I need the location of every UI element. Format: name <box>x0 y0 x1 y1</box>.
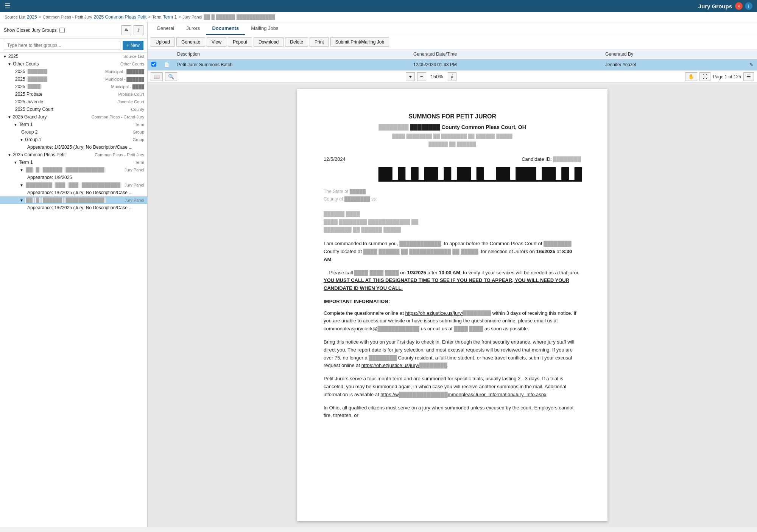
pdf-viewer: 📖 🔍 + − 150% ⨎ ✋ ⛶ Page 1 of 125 ☰ SUMMO… <box>148 71 757 527</box>
tree-item[interactable]: ▼██ █ ██████ ████████████Jury Panel <box>0 196 147 204</box>
tree-item-type: Jury Panel <box>125 198 144 202</box>
tree-item-type: Municipal - ████ <box>111 84 144 89</box>
pdf-candidate-id-value: ████████ <box>553 156 581 162</box>
tree-item-label: 2025 ██████ <box>15 69 102 74</box>
top-bar: ☰ Jury Groups × i <box>0 0 757 12</box>
show-closed-checkbox[interactable] <box>59 28 65 33</box>
tree-item-label: 2025 <box>8 54 120 59</box>
chevron-icon: ▼ <box>8 62 11 66</box>
pdf-date: 12/5/2024 <box>324 156 346 184</box>
tree-item[interactable]: ▼Other CourtsOther Courts <box>0 60 147 68</box>
tree-item[interactable]: 2025 ████Municipal - ████ <box>0 83 147 90</box>
tree-item[interactable]: ▼2025 Common Pleas PetitCommon Pleas - P… <box>0 151 147 159</box>
tree-item-type: Probate Court <box>118 92 144 96</box>
action-popout-button[interactable]: Popout <box>228 37 252 47</box>
tree-item[interactable]: Appearance: 1/6/2025 (Jury: No Descripti… <box>0 204 147 212</box>
tree-item[interactable]: 2025 JuvenileJuvenile Court <box>0 98 147 106</box>
close-icon[interactable]: × <box>735 2 743 10</box>
chevron-icon: ▼ <box>14 160 17 165</box>
tree-item[interactable]: ▼Group 1Group <box>0 136 147 143</box>
hamburger-icon[interactable]: ☰ <box>5 2 11 10</box>
tabs-row: GeneralJurorsDocumentsMailing Jobs <box>148 22 757 35</box>
document-table: Description Generated Date/Time Generate… <box>148 49 757 70</box>
pdf-search-icon[interactable]: 🔍 <box>165 72 177 81</box>
row-checkbox[interactable] <box>148 59 160 70</box>
tree-item[interactable]: Appearance: 1/9/2025 <box>0 174 147 181</box>
tree-item-label: Group 2 <box>21 129 129 135</box>
tree-item[interactable]: ▼2025 Grand JuryCommon Pleas - Grand Jur… <box>0 113 147 121</box>
filter-input[interactable] <box>4 41 120 50</box>
new-button[interactable]: + New <box>123 41 143 50</box>
tree-item[interactable]: 2025 ██████Municipal - ██████ <box>0 68 147 75</box>
term-value[interactable]: Term 1 <box>163 14 177 20</box>
action-print-button[interactable]: Print <box>310 37 329 47</box>
tree-item-label: Appearance: 1/9/2025 <box>27 175 141 180</box>
tab-general[interactable]: General <box>151 22 180 35</box>
pdf-recipient-addr2: ████████ ██ ██████ █████ <box>324 226 581 234</box>
tree-item-label: 2025 Grand Jury <box>13 114 89 120</box>
row-generated-date: 12/05/2024 01:43 PM <box>410 59 601 70</box>
tree-item-type: Jury Panel <box>125 183 144 187</box>
pdf-title: SUMMONS FOR PETIT JUROR <box>324 112 581 121</box>
action-download-button[interactable]: Download <box>254 37 283 47</box>
action-generate-button[interactable]: Generate <box>176 37 205 47</box>
chevron-icon: ▼ <box>8 153 11 157</box>
pdf-hand-tool[interactable]: ✋ <box>685 72 697 81</box>
tree-item[interactable]: 2025 ██████Municipal - ██████ <box>0 75 147 83</box>
pdf-content: SUMMONS FOR PETIT JUROR ████████ ███████… <box>148 83 757 527</box>
pdf-fit-page-btn[interactable]: ⛶ <box>699 72 710 81</box>
tree-item-label: 2025 ██████ <box>15 76 102 82</box>
tree-item[interactable]: Appearance: 1/6/2025 (Jury: No Descripti… <box>0 189 147 196</box>
tree-item-type: Municipal - ██████ <box>105 77 144 81</box>
source-list-value[interactable]: 2025 <box>27 14 37 20</box>
table-row[interactable]: 📄 Petit Juror Summons Batch 12/05/2024 0… <box>148 59 757 70</box>
tree-item-type: Source List <box>123 54 144 59</box>
tree-item[interactable]: 2025 County CourtCounty <box>0 106 147 113</box>
tree-item[interactable]: ▼██ █ ██████ ████████████Jury Panel <box>0 166 147 174</box>
pdf-zoom-in-btn[interactable]: + <box>406 72 415 81</box>
sidebar-icon-group: ⥱ ⥯ <box>121 25 143 35</box>
filter-row: + New <box>0 39 147 53</box>
main-layout: Show Closed Jury Groups ⥱ ⥯ + New ▼2025S… <box>0 22 757 527</box>
expand-all-button[interactable]: ⥯ <box>134 25 143 35</box>
action-upload-button[interactable]: Upload <box>151 37 175 47</box>
sidebar: Show Closed Jury Groups ⥱ ⥯ + New ▼2025S… <box>0 22 148 527</box>
action-delete-button[interactable]: Delete <box>285 37 308 47</box>
tree-item-label: Term 1 <box>19 160 132 165</box>
row-generated-by: Jennifer Yeazel <box>601 59 746 70</box>
chevron-icon: ▼ <box>8 115 11 119</box>
tab-mailing-jobs[interactable]: Mailing Jobs <box>245 22 284 35</box>
pdf-fullscreen-btn[interactable]: ⨎ <box>448 72 456 81</box>
col-description: Description <box>173 49 410 59</box>
info-icon[interactable]: i <box>745 2 752 10</box>
pdf-county-line: County of ████████ ss: <box>324 196 581 203</box>
row-edit-icon[interactable]: ✎ <box>746 59 757 70</box>
tree-item[interactable]: ▼Term 1Term <box>0 159 147 166</box>
pdf-book-icon[interactable]: 📖 <box>151 72 163 81</box>
tree-item[interactable]: ▼████████ ███ ███ ████████████Jury Panel <box>0 181 147 189</box>
tree-item[interactable]: Group 2Group <box>0 128 147 136</box>
right-panel: GeneralJurorsDocumentsMailing Jobs Uploa… <box>148 22 757 527</box>
row-description: Petit Juror Summons Batch <box>173 59 410 70</box>
tree-item-type: County <box>131 107 144 112</box>
pdf-zoom-out-btn[interactable]: − <box>417 72 426 81</box>
tree-item[interactable]: Appearance: 1/3/2025 (Jury: No Descripti… <box>0 143 147 151</box>
action-view-button[interactable]: View <box>207 37 226 47</box>
collapse-all-button[interactable]: ⥱ <box>121 25 131 35</box>
tree-item[interactable]: 2025 ProbateProbate Court <box>0 90 147 98</box>
tree-item[interactable]: ▼Term 1Term <box>0 121 147 128</box>
actions-row: UploadGenerateViewPopoutDownloadDeletePr… <box>148 35 757 49</box>
tree-item-type: Common Pleas - Petit Jury <box>95 152 144 157</box>
tree-item-type: Term <box>135 160 144 165</box>
tree-item-type: Municipal - ██████ <box>105 69 144 74</box>
chevron-icon: ▼ <box>20 138 23 142</box>
pdf-menu-btn[interactable]: ☰ <box>743 72 754 81</box>
tab-jurors[interactable]: Jurors <box>180 22 206 35</box>
tab-documents[interactable]: Documents <box>206 22 245 35</box>
term-label: Term <box>152 15 161 19</box>
court-value[interactable]: 2025 Common Pleas Petit <box>94 14 146 20</box>
col-icon <box>160 49 173 59</box>
tree-item-label: 2025 ████ <box>15 84 108 89</box>
action-submit-print/mailing-job-button[interactable]: Submit Print/Mailing Job <box>330 37 389 47</box>
tree-item[interactable]: ▼2025Source List <box>0 53 147 60</box>
